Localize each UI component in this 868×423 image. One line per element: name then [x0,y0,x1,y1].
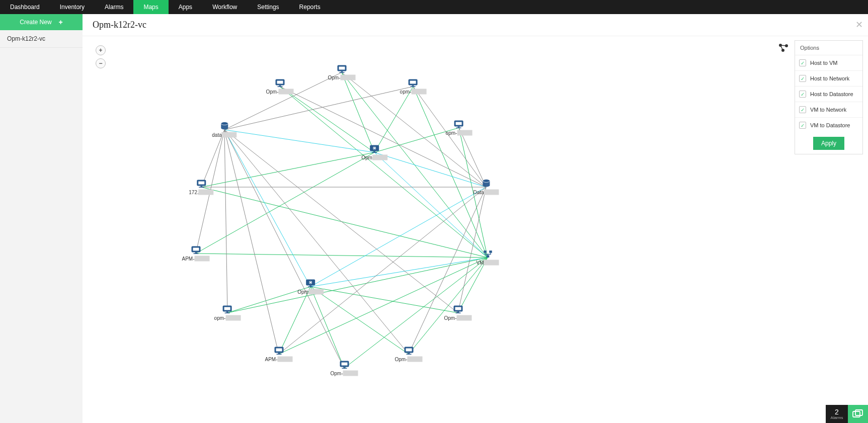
node-vm[interactable]: Opm- [444,305,472,321]
datastore-icon [219,122,230,131]
page-title: Opm-k12r2-vc [93,20,146,30]
node-vm[interactable]: Opm- [395,347,423,362]
node-vm[interactable]: APM- [182,246,210,262]
top-nav: DashboardInventoryAlarmsMapsAppsWorkflow… [0,0,868,14]
svg-rect-50 [278,353,280,354]
layout-toggle-icon[interactable] [778,43,788,54]
create-new-button[interactable]: Create New + [0,14,83,30]
option-label: Host to Network [810,75,849,81]
vm-icon [339,361,350,370]
edge [413,87,486,187]
edge [227,258,488,313]
svg-rect-43 [193,253,198,255]
svg-rect-55 [342,368,347,369]
option-label: Host to Datastore [810,91,853,97]
redaction-mask [372,155,387,160]
nav-alarms[interactable]: Alarms [95,0,133,14]
nav-maps[interactable]: Maps [133,0,168,14]
node-datastore[interactable]: Data [473,180,499,195]
node-vm[interactable]: opm- [446,120,472,136]
svg-rect-58 [408,353,410,354]
nav-inventory[interactable]: Inventory [50,0,95,14]
edge [280,87,374,152]
redaction-mask [195,256,210,262]
node-vm[interactable]: Opm- [331,361,358,376]
host-icon [305,279,316,288]
node-vm[interactable]: 172. [189,180,213,195]
edge [374,87,413,152]
svg-rect-21 [339,67,345,70]
options-header: Options [795,41,862,55]
close-icon[interactable]: ✕ [855,19,863,30]
checkbox[interactable]: ✓ [799,59,806,66]
checkbox[interactable]: ✓ [799,75,806,82]
svg-line-3 [780,45,786,46]
option-row: ✓Host to VM [795,55,862,71]
option-row: ✓Host to Datastore [795,87,862,102]
screens-button[interactable] [848,405,868,423]
edge [224,130,344,368]
host-icon [369,145,380,154]
edges-layer [83,36,868,423]
svg-rect-29 [410,81,416,84]
edge [413,87,488,258]
zoom-in-button[interactable]: + [96,45,106,55]
node-vm[interactable]: opm- [400,79,427,95]
checkbox[interactable]: ✓ [799,122,806,129]
sidebar-map-item[interactable]: Opm-k12r2-vc [0,30,83,48]
edge [224,130,409,354]
svg-rect-47 [225,313,230,314]
svg-rect-12 [372,152,377,153]
node-vm[interactable]: APM- [265,347,293,362]
zoom-out-button[interactable]: − [96,58,106,68]
nav-apps[interactable]: Apps [169,0,202,14]
apply-button[interactable]: Apply [813,137,844,150]
edge [224,130,374,152]
redaction-mask [408,357,423,362]
node-label: Opm- [266,89,294,95]
edge [409,187,486,354]
edge [224,130,227,313]
nav-settings[interactable]: Settings [247,0,289,14]
node-vm[interactable]: opm- [214,305,241,321]
edge [224,130,458,313]
option-label: VM to Datastore [810,122,850,128]
svg-rect-16 [308,287,313,288]
edge [458,258,488,313]
alarm-count-button[interactable]: 2 Alarms [826,405,848,423]
map-canvas[interactable]: + − Options ✓Host to VM✓Host to Network✓… [83,36,868,423]
checkbox[interactable]: ✓ [799,106,806,113]
node-datastore[interactable]: data [212,122,236,138]
redaction-mask [308,289,324,295]
redaction-mask [278,357,293,362]
svg-rect-17 [484,250,487,253]
title-row: Opm-k12r2-vc [83,14,868,36]
checkbox[interactable]: ✓ [799,91,806,98]
node-label: Opm- [444,315,472,321]
zoom-controls: + − [96,45,106,71]
nav-dashboard[interactable]: Dashboard [0,0,50,14]
redaction-mask [484,190,499,195]
node-vm[interactable]: Opm- [328,65,356,80]
edge [279,287,310,354]
node-label: APM- [265,357,293,362]
node-label: Opm- [395,357,423,362]
vm-icon [190,246,201,255]
node-host[interactable]: Opm [361,145,387,160]
vm-icon [453,120,464,129]
node-label: Opm- [331,371,358,376]
node-vm[interactable]: Opm- [266,79,294,95]
datastore-icon [481,180,492,189]
vm-icon [273,347,284,356]
nav-workflow[interactable]: Workflow [202,0,247,14]
edge [196,253,488,258]
edge [201,152,374,187]
svg-rect-61 [455,307,461,310]
redaction-mask [341,75,356,80]
nav-reports[interactable]: Reports [289,0,331,14]
edge [224,87,413,130]
svg-rect-63 [455,313,460,314]
node-network[interactable]: VM [477,250,499,266]
node-host[interactable]: Opm [297,279,324,295]
svg-rect-37 [198,182,204,185]
